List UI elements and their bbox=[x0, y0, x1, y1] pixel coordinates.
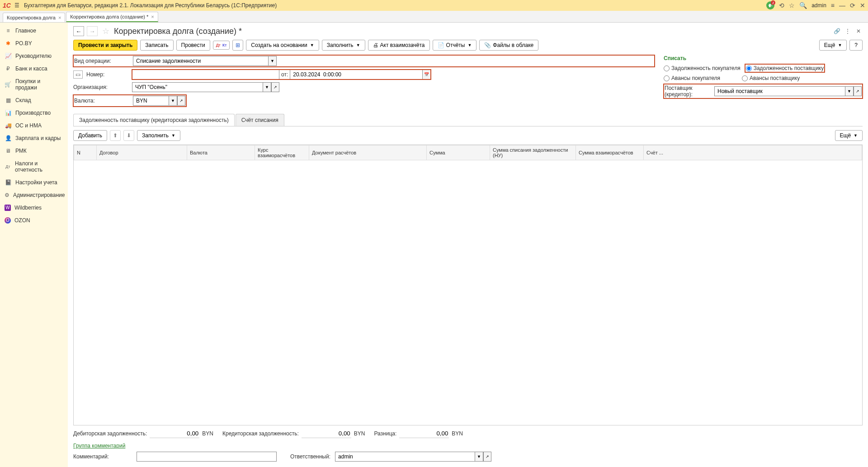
close-icon[interactable]: × bbox=[151, 14, 154, 19]
date-input[interactable] bbox=[290, 70, 423, 79]
files-button[interactable]: 📎Файлы в облаке bbox=[479, 40, 538, 51]
col-doc[interactable]: Документ расчётов bbox=[309, 145, 427, 160]
responsible-input[interactable] bbox=[335, 452, 475, 462]
col-settle-sum[interactable]: Сумма взаиморасчётов bbox=[576, 145, 644, 160]
col-account[interactable]: Счёт ... bbox=[644, 145, 862, 160]
col-n[interactable]: N bbox=[74, 145, 97, 160]
operation-dropdown-button[interactable]: ▼ bbox=[269, 56, 277, 66]
more-button[interactable]: Ещё▼ bbox=[819, 40, 847, 51]
main-toolbar: Провести и закрыть Записать Провести ДтК… bbox=[73, 40, 863, 51]
reports-button[interactable]: 📄Отчёты▼ bbox=[433, 40, 477, 51]
more-sub-button[interactable]: Ещё▼ bbox=[835, 130, 863, 141]
post-button[interactable]: Провести bbox=[176, 40, 210, 51]
sidebar-item-admin[interactable]: ⚙Администрирование bbox=[0, 189, 68, 201]
sidebar-item-production[interactable]: 📊Производство bbox=[0, 107, 68, 119]
calendar-icon[interactable]: ▭ bbox=[73, 70, 83, 79]
cart-icon: 🛒 bbox=[5, 81, 12, 88]
sidebar-item-poby[interactable]: ✱PO.BY bbox=[0, 37, 68, 50]
tab-debt-correction-create[interactable]: Корректировка долга (создание) * × bbox=[66, 12, 158, 22]
history-icon[interactable]: ⟲ bbox=[779, 2, 784, 9]
radio-supplier-advance[interactable]: Авансы поставщику bbox=[742, 75, 800, 81]
tab-supplier-debt[interactable]: Задолженность поставщику (кредиторская з… bbox=[73, 114, 235, 126]
back-button[interactable]: ← bbox=[73, 26, 84, 36]
add-button[interactable]: Добавить bbox=[73, 130, 107, 141]
org-dropdown-button[interactable]: ▼ bbox=[263, 82, 271, 92]
currency-open-button[interactable]: ↗ bbox=[177, 96, 185, 106]
org-input[interactable] bbox=[132, 82, 263, 92]
sidebar-item-salary[interactable]: 👤Зарплата и кадры bbox=[0, 132, 68, 145]
col-rate[interactable]: Курс взаиморасчётов bbox=[255, 145, 309, 160]
move-up-button[interactable]: ⬆ bbox=[110, 130, 121, 141]
notification-icon[interactable]: 🗣 2 bbox=[766, 1, 774, 9]
sidebar-item-sales[interactable]: 🛒Покупки и продажи bbox=[0, 75, 68, 94]
structure-button[interactable]: ⊞ bbox=[232, 40, 243, 51]
close-form-icon[interactable]: ✕ bbox=[854, 27, 863, 35]
radio-buyer-advance[interactable]: Авансы покупателя bbox=[664, 75, 720, 81]
col-sum[interactable]: Сумма bbox=[427, 145, 490, 160]
star-icon[interactable]: ☆ bbox=[789, 2, 795, 9]
fill-sub-button[interactable]: Заполнить▼ bbox=[137, 130, 180, 141]
col-contract[interactable]: Договор bbox=[97, 145, 187, 160]
col-writeoff-sum[interactable]: Сумма списания задолженности (НУ) bbox=[490, 145, 576, 160]
grid-icon: ▦ bbox=[5, 97, 12, 103]
tab-debt-correction[interactable]: Корректировка долга × bbox=[3, 13, 65, 22]
user-label[interactable]: admin bbox=[811, 2, 826, 9]
supplier-input[interactable] bbox=[714, 86, 845, 96]
org-open-button[interactable]: ↗ bbox=[271, 82, 279, 92]
sidebar-item-main[interactable]: ≡Главное bbox=[0, 24, 68, 37]
post-and-close-button[interactable]: Провести и закрыть bbox=[73, 40, 137, 51]
tab-writeoff-account[interactable]: Счёт списания bbox=[236, 114, 284, 126]
dt-kt-button[interactable]: ДтКт bbox=[213, 41, 230, 50]
comment-label: Комментарий: bbox=[73, 453, 132, 460]
restore-icon[interactable]: ⟳ bbox=[850, 2, 855, 9]
minimize-icon[interactable]: — bbox=[839, 2, 845, 9]
forward-button[interactable]: → bbox=[87, 26, 98, 36]
radio-buyer-debt[interactable]: Задолженность покупателя bbox=[664, 65, 741, 71]
comment-group-link[interactable]: Группа комментарий bbox=[73, 443, 125, 449]
person-icon: 👤 bbox=[5, 135, 12, 141]
currency-dropdown-button[interactable]: ▼ bbox=[169, 96, 177, 106]
move-down-button[interactable]: ⬇ bbox=[123, 130, 134, 141]
close-icon[interactable]: × bbox=[58, 15, 61, 20]
supplier-open-button[interactable]: ↗ bbox=[854, 86, 862, 96]
settings-icon[interactable]: ≡ bbox=[831, 2, 835, 9]
sidebar-item-warehouse[interactable]: ▦Склад bbox=[0, 94, 68, 107]
hamburger-icon[interactable]: ☰ bbox=[14, 2, 19, 9]
operation-input[interactable] bbox=[133, 56, 269, 66]
chevron-down-icon: ▼ bbox=[467, 43, 472, 47]
responsible-open-button[interactable]: ↗ bbox=[483, 452, 491, 462]
sidebar-item-bank[interactable]: ₽Банк и касса bbox=[0, 62, 68, 75]
comment-input[interactable] bbox=[137, 452, 277, 462]
sidebar-item-manager[interactable]: 📈Руководителю bbox=[0, 50, 68, 62]
calendar-button[interactable]: 📅 bbox=[423, 70, 431, 79]
save-button[interactable]: Записать bbox=[140, 40, 173, 51]
totals-row: Дебиторская задолженность: BYN Кредиторс… bbox=[73, 425, 863, 442]
radio-supplier-debt[interactable]: Задолженность поставщику bbox=[745, 64, 825, 72]
chevron-down-icon: ▼ bbox=[838, 43, 842, 47]
gear-icon: ⚙ bbox=[5, 192, 9, 198]
sidebar-item-settings[interactable]: 📓Настройки учета bbox=[0, 176, 68, 189]
more-v-icon[interactable]: ⋮ bbox=[844, 27, 852, 35]
help-button[interactable]: ? bbox=[849, 40, 863, 51]
close-window-icon[interactable]: ✕ bbox=[860, 2, 865, 9]
sidebar-item-wildberries[interactable]: WWildberries bbox=[0, 201, 68, 214]
debt-table[interactable]: N Договор Валюта Курс взаиморасчётов Док… bbox=[73, 145, 863, 425]
act-button[interactable]: 🖨Акт взаимозачёта bbox=[368, 40, 430, 51]
responsible-dropdown-button[interactable]: ▼ bbox=[475, 452, 483, 462]
search-icon[interactable]: 🔍 bbox=[799, 2, 807, 9]
chevron-down-icon: ▼ bbox=[854, 133, 858, 138]
supplier-dropdown-button[interactable]: ▼ bbox=[845, 86, 854, 96]
number-input[interactable] bbox=[132, 70, 279, 79]
favorite-icon[interactable]: ☆ bbox=[102, 26, 109, 36]
currency-input[interactable] bbox=[133, 96, 169, 106]
sidebar-item-ozon[interactable]: OOZON bbox=[0, 214, 68, 227]
sidebar-item-assets[interactable]: 🚚ОС и НМА bbox=[0, 119, 68, 132]
app-title: Бухгалтерия для Беларуси, редакция 2.1. … bbox=[24, 2, 277, 9]
link-icon[interactable]: 🔗 bbox=[833, 27, 841, 35]
fill-button[interactable]: Заполнить▼ bbox=[322, 40, 365, 51]
sidebar-item-rmk[interactable]: 🖥РМК bbox=[0, 145, 68, 157]
sidebar-item-taxes[interactable]: ДтНалоги и отчетность bbox=[0, 157, 68, 176]
col-currency[interactable]: Валюта bbox=[187, 145, 255, 160]
create-based-button[interactable]: Создать на основании▼ bbox=[246, 40, 319, 51]
home-icon: ≡ bbox=[5, 28, 12, 34]
